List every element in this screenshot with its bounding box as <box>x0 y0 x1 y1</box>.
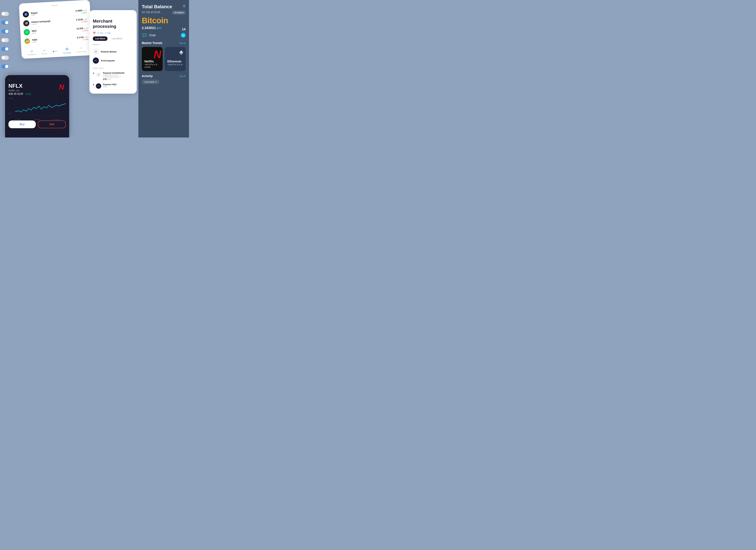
date-range: 📅 27 Jun – 3 July <box>93 32 133 34</box>
svg-marker-11 <box>179 50 183 53</box>
all-wallets-button[interactable]: All Wallets <box>172 11 186 15</box>
neo-icon <box>24 29 30 35</box>
chat-row[interactable]: Chat 12 <box>142 33 186 38</box>
payment-1-icon: ☕ <box>96 72 101 77</box>
nav-brokerage[interactable]: Brokerage <box>63 47 71 54</box>
nem-icon: NEM <box>24 38 31 44</box>
stock-ticker: NFLX <box>8 83 31 89</box>
stock-info: NFLX Netflix, Inc. 408.45 EUR +3.21 <box>8 83 31 95</box>
ethereum-trend-change: +99,67% in 6 m <box>167 63 183 66</box>
market-reebok[interactable]: ☕ Reebok Market <box>93 47 133 56</box>
bitcoin-banner: Bitcoin <box>142 16 186 25</box>
see-all-trends[interactable]: See All <box>179 42 186 44</box>
stock-card: ← NFLX Netflix, Inc. 408.45 EUR +3.21 N … <box>5 75 69 137</box>
today-label: Today, July 3 <box>93 67 133 69</box>
dot-3 <box>57 51 58 52</box>
ripple-price: 0.4899 EUR ↑1.59% <box>75 9 87 14</box>
nav-asset-guard[interactable]: 🛡 Asset Guard <box>76 47 86 53</box>
stock-back-button[interactable]: ← <box>8 78 66 81</box>
market-trends-header: Market Trends See All <box>142 41 186 45</box>
last-week-button[interactable]: Last Week <box>93 36 107 41</box>
nav-dots <box>53 50 58 52</box>
activity-title: Activity <box>142 74 153 78</box>
sell-button[interactable]: Sell <box>38 120 66 128</box>
nav-dashboard[interactable]: ⊞ Dashboard <box>28 49 36 56</box>
payment-2-icon: PC <box>96 83 101 89</box>
chart-y-labels: 20 000 180 <box>8 98 13 114</box>
chat-icon-wrap <box>142 33 147 38</box>
stock-actions: Buy Sell <box>8 120 66 128</box>
netflix-trend-change: +84,67% in 6 month <box>144 63 160 68</box>
svg-point-0 <box>24 13 28 16</box>
netflix-n-icon: N <box>154 48 161 61</box>
toggles-panel <box>0 10 10 70</box>
btc-extra: 14 <box>182 27 186 31</box>
period-buttons: Last Week Last Month <box>93 36 133 41</box>
toggle-5[interactable] <box>1 47 9 51</box>
see-all-activity[interactable]: See All <box>179 75 186 77</box>
ripple-icon <box>23 11 29 18</box>
payment-dot-2 <box>93 84 94 85</box>
trend-ethereum[interactable]: Ethereum +99,67% in 6 m <box>165 47 186 71</box>
markets-label: Markets <box>93 44 133 46</box>
chat-icon <box>142 33 146 37</box>
stock-price: 408.45 EUR +3.21 <box>8 92 31 95</box>
crypto-card: PGAS Ripple XRP 0.4899 EUR ↑1.59% ℍ Hede… <box>19 0 93 59</box>
rp-balance: 33.765,43 EUR <box>142 11 160 14</box>
buy-button[interactable]: Buy <box>8 120 36 128</box>
toggle-7[interactable] <box>1 64 9 68</box>
toggle-3[interactable] <box>1 29 9 33</box>
chart-x-labels: jan 2018 feb 2018 apr 2018 <box>8 119 66 120</box>
neo-name: NEO NEO <box>32 27 77 34</box>
activity-period-dropdown[interactable]: Last week ▾ <box>142 80 159 84</box>
right-panel: Total Balance ⚙ 33.765,43 EUR All Wallet… <box>138 0 189 137</box>
payment-1-details: Payment #2134341234 Crossfit Nano 8.0 ×1… <box>103 72 133 80</box>
activity-header: Activity See All <box>142 74 186 78</box>
nav-escrow[interactable]: 🏷 Escrow <box>42 49 47 55</box>
dot-1 <box>53 51 54 52</box>
market-procomputer[interactable]: PC ProComputer <box>93 56 133 65</box>
calendar-icon: 📅 <box>93 32 96 34</box>
toggle-1[interactable] <box>1 12 9 16</box>
last-month-button[interactable]: Last Month <box>109 36 125 41</box>
market-trends-grid: N Netflix +84,67% in 6 month Ethereum +9… <box>142 47 186 71</box>
reebok-icon: ☕ <box>93 49 99 55</box>
chat-label: Chat <box>149 34 179 37</box>
rp-header: Total Balance ⚙ <box>142 4 186 9</box>
btc-amount: 2.343021 BTC <box>142 26 162 30</box>
payment-2-details: Payment #523 Gefor... <box>103 83 133 88</box>
chat-badge: 12 <box>181 33 186 38</box>
market-trends-title: Market Trends <box>142 41 162 45</box>
stock-company: Netflix, Inc. <box>8 89 31 92</box>
hedera-price: 2.4138 EUR ↑0.55% <box>76 18 87 23</box>
settings-icon[interactable]: ⚙ <box>183 4 186 8</box>
payment-1[interactable]: ☕ Payment #2134341234 Crossfit Nano 8.0 … <box>93 71 133 82</box>
neo-price: 31.839 EUR ↓2.21% <box>76 27 88 32</box>
chevron-down-icon: ▾ <box>155 81 157 83</box>
hedera-icon: ℍ <box>23 20 30 26</box>
ethereum-trend-name: Ethereum <box>167 60 183 63</box>
crypto-nav: ⊞ Dashboard 🏷 Escrow Brokerage 🛡 Asset <box>24 45 89 56</box>
rp-title: Total Balance <box>142 4 172 9</box>
stock-header: NFLX Netflix, Inc. 408.45 EUR +3.21 N <box>8 83 66 95</box>
trend-netflix[interactable]: N Netflix +84,67% in 6 month <box>142 47 163 71</box>
toggle-6[interactable] <box>1 56 9 60</box>
stock-chart: 20 000 180 jan 2018 feb 2018 apr 2018 <box>8 98 66 118</box>
procomputer-icon: PC <box>93 58 99 64</box>
nem-price: 0.1735 EUR ↓2.13% <box>77 36 88 41</box>
chart-svg <box>8 98 66 118</box>
merchant-back-button[interactable]: ← <box>93 13 133 17</box>
nem-name: NEM NEM <box>32 36 77 43</box>
merchant-title: Merchant processing <box>93 19 133 29</box>
netflix-logo: N <box>57 83 66 91</box>
payment-2[interactable]: PC Payment #523 Gefor... <box>93 82 133 90</box>
ethereum-logo-icon <box>178 50 184 57</box>
ripple-name: Ripple XRP <box>31 9 76 16</box>
toggle-2[interactable] <box>1 21 9 25</box>
hedera-name: Hedera hashgraph HGPH <box>31 18 76 25</box>
dot-2 <box>55 51 56 52</box>
left-panel: PGAS Ripple XRP 0.4899 EUR ↑1.59% ℍ Hede… <box>0 0 138 137</box>
merchant-card: ← Merchant processing 📅 27 Jun – 3 July … <box>89 10 137 94</box>
payment-dot-1 <box>93 73 94 74</box>
toggle-4[interactable] <box>1 38 9 42</box>
